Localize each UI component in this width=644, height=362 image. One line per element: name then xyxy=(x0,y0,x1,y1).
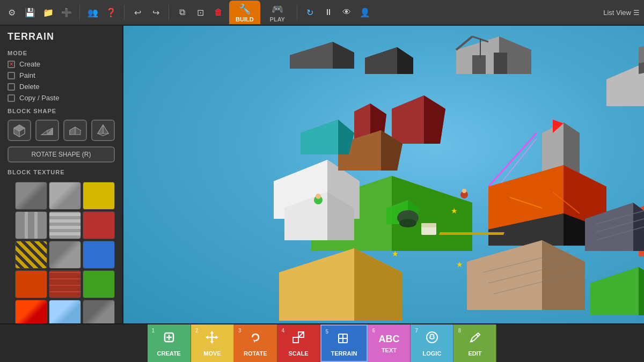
block-texture-label: BLOCK TEXTURE xyxy=(0,165,122,178)
tool-move[interactable]: 2 MOVE xyxy=(191,324,234,362)
tool-scale[interactable]: 4 SCALE xyxy=(277,324,320,362)
svg-rect-20 xyxy=(472,55,486,74)
move-icon xyxy=(204,330,219,348)
shape-cube[interactable] xyxy=(8,120,31,141)
list-view-label: List View xyxy=(603,9,631,17)
svg-marker-69 xyxy=(301,120,338,154)
tool-text[interactable]: 6 ABC TEXT xyxy=(368,324,411,362)
help-icon[interactable]: ❓ xyxy=(104,5,119,20)
copy-paste-label: Copy / Paste xyxy=(19,94,59,102)
svg-marker-15 xyxy=(333,42,354,69)
create-label: CREATE xyxy=(157,350,181,357)
list-view-button[interactable]: List View ☰ xyxy=(603,9,640,17)
texture-gray2[interactable] xyxy=(49,241,81,269)
sep-4 xyxy=(297,5,297,20)
shape-wedge[interactable] xyxy=(63,120,87,141)
move-label: MOVE xyxy=(203,350,221,357)
svg-marker-118 xyxy=(206,336,208,339)
mode-section-label: MODE xyxy=(0,46,122,58)
texture-red[interactable] xyxy=(83,211,115,239)
svg-marker-117 xyxy=(210,341,214,344)
settings-icon[interactable]: ⚙ xyxy=(4,5,19,20)
gamepad-icon: 🎮 xyxy=(272,3,283,15)
logic-num: 7 xyxy=(415,328,418,334)
texture-rock[interactable] xyxy=(83,300,115,323)
texture-brick[interactable] xyxy=(49,270,81,298)
tool-edit[interactable]: 8 EDIT xyxy=(453,324,496,362)
svg-marker-83 xyxy=(590,267,639,315)
viewport[interactable]: ★ ★ ★ xyxy=(123,26,644,323)
svg-marker-120 xyxy=(253,339,255,343)
texture-blue[interactable] xyxy=(83,241,115,269)
delete-label: Delete xyxy=(19,83,40,91)
wrench-icon: 🔧 xyxy=(239,3,251,15)
texture-ice[interactable] xyxy=(49,300,81,323)
texture-lines[interactable] xyxy=(15,211,47,239)
texture-stripe[interactable] xyxy=(49,211,81,239)
svg-marker-8 xyxy=(75,127,80,135)
block-shape-label: BLOCK SHAPE xyxy=(0,104,122,116)
block-shapes xyxy=(0,116,122,144)
play-tab[interactable]: 🎮 PLAY xyxy=(264,1,291,24)
rotate-shape-button[interactable]: ROTATE SHAPE (R) xyxy=(8,146,115,162)
tool-rotate[interactable]: 3 ROTATE xyxy=(234,324,277,362)
frame-icon[interactable]: ⊡ xyxy=(193,5,208,20)
tool-create[interactable]: 1 CREATE xyxy=(148,324,191,362)
svg-point-94 xyxy=(316,194,321,199)
move-num: 2 xyxy=(195,328,199,334)
save-icon[interactable]: 💾 xyxy=(23,5,38,20)
svg-line-131 xyxy=(477,335,478,336)
svg-rect-124 xyxy=(339,334,343,338)
svg-rect-126 xyxy=(339,338,343,343)
svg-marker-73 xyxy=(354,248,402,321)
folder-icon[interactable]: 📁 xyxy=(41,5,56,20)
terrain-label: TERRAIN xyxy=(331,350,357,357)
shape-slope[interactable] xyxy=(35,120,59,141)
mode-paint[interactable]: Paint xyxy=(0,70,122,81)
build-tab[interactable]: 🔧 BUILD xyxy=(229,1,260,24)
refresh-icon[interactable]: ↻ xyxy=(303,5,318,20)
tool-logic[interactable]: 7 LOGIC xyxy=(411,324,453,362)
left-panel: TERRAIN MODE ✕ Create Paint Delete Copy … xyxy=(0,26,123,323)
mode-create[interactable]: ✕ Create xyxy=(0,58,122,70)
panel-title: TERRAIN xyxy=(0,26,122,46)
team-icon[interactable]: 👥 xyxy=(85,5,100,20)
svg-point-96 xyxy=(462,189,466,193)
texture-stripe-warn[interactable] xyxy=(15,241,47,269)
texture-grid xyxy=(8,180,122,323)
mode-copy-paste[interactable]: Copy / Paste xyxy=(0,92,122,104)
svg-rect-127 xyxy=(343,338,347,343)
sep-1 xyxy=(79,5,80,20)
texture-gray-smooth[interactable] xyxy=(49,182,81,210)
svg-marker-76 xyxy=(542,240,585,310)
svg-marker-30 xyxy=(606,63,644,106)
svg-marker-41 xyxy=(424,95,445,144)
svg-text:★: ★ xyxy=(451,206,458,215)
text-num: 6 xyxy=(372,328,375,334)
undo-icon[interactable]: ↩ xyxy=(130,5,145,20)
svg-marker-119 xyxy=(216,336,218,339)
shape-pyramid[interactable] xyxy=(91,120,115,141)
svg-marker-9 xyxy=(70,127,75,135)
texture-lava[interactable] xyxy=(15,300,47,323)
logic-label: LOGIC xyxy=(423,350,442,357)
eye-icon[interactable]: 👁 xyxy=(339,5,354,20)
texture-orange[interactable] xyxy=(15,270,47,298)
edit-num: 8 xyxy=(458,328,461,334)
avatar-icon[interactable]: 👤 xyxy=(357,5,372,20)
terrain-icon xyxy=(336,330,352,348)
tool-terrain[interactable]: 5 TERRAIN xyxy=(320,324,368,362)
delete-icon[interactable]: 🗑 xyxy=(211,5,226,20)
text-icon: ABC xyxy=(378,334,399,345)
pause-icon[interactable]: ⏸ xyxy=(321,5,336,20)
mode-delete[interactable]: Delete xyxy=(0,81,122,92)
texture-green[interactable] xyxy=(83,270,115,298)
add-icon[interactable]: ➕ xyxy=(59,5,74,20)
texture-gray-crack[interactable] xyxy=(15,182,47,210)
main-area: TERRAIN MODE ✕ Create Paint Delete Copy … xyxy=(0,26,644,323)
play-tab-label: PLAY xyxy=(270,16,285,23)
texture-yellow[interactable] xyxy=(83,182,115,210)
redo-icon[interactable]: ↪ xyxy=(148,5,163,20)
copy-icon[interactable]: ⧉ xyxy=(174,5,189,20)
sep-3 xyxy=(169,5,169,20)
